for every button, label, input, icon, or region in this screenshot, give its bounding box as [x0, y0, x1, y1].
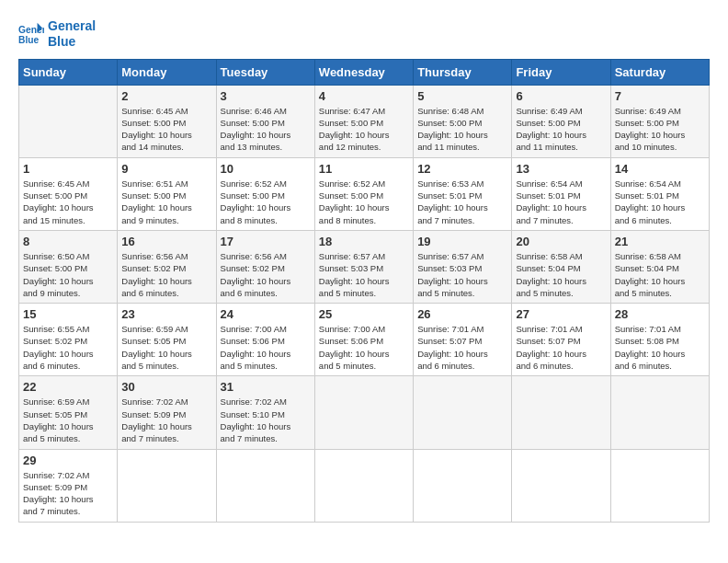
calendar-week-row: 1Sunrise: 6:45 AM Sunset: 5:00 PM Daylig…: [19, 157, 710, 230]
calendar-cell: 9Sunrise: 6:51 AM Sunset: 5:00 PM Daylig…: [118, 157, 216, 230]
day-number: 9: [121, 162, 211, 176]
calendar-cell: 18Sunrise: 6:57 AM Sunset: 5:03 PM Dayli…: [314, 230, 413, 303]
day-info: Sunrise: 6:51 AM Sunset: 5:00 PM Dayligh…: [121, 178, 211, 226]
day-info: Sunrise: 6:56 AM Sunset: 5:02 PM Dayligh…: [221, 250, 311, 299]
calendar-cell: 15Sunrise: 6:55 AM Sunset: 5:02 PM Dayli…: [19, 304, 118, 376]
day-info: Sunrise: 6:59 AM Sunset: 5:05 PM Dayligh…: [121, 323, 211, 372]
day-number: 3: [221, 89, 311, 103]
column-header-tuesday: Tuesday: [216, 59, 314, 85]
calendar-table: SundayMondayTuesdayWednesdayThursdayFrid…: [18, 59, 710, 523]
calendar-cell: 12Sunrise: 6:53 AM Sunset: 5:01 PM Dayli…: [414, 157, 512, 230]
day-number: 17: [221, 235, 311, 248]
day-number: 19: [417, 235, 507, 248]
calendar-cell: [118, 449, 216, 522]
calendar-cell: 23Sunrise: 6:59 AM Sunset: 5:05 PM Dayli…: [118, 304, 216, 376]
day-info: Sunrise: 6:58 AM Sunset: 5:04 PM Dayligh…: [516, 250, 606, 299]
column-header-thursday: Thursday: [414, 59, 512, 85]
calendar-cell: 14Sunrise: 6:54 AM Sunset: 5:01 PM Dayli…: [610, 157, 709, 230]
day-info: Sunrise: 7:01 AM Sunset: 5:07 PM Dayligh…: [516, 323, 606, 372]
calendar-cell: 8Sunrise: 6:50 AM Sunset: 5:00 PM Daylig…: [19, 230, 118, 303]
column-header-saturday: Saturday: [610, 59, 709, 85]
calendar-cell: 24Sunrise: 7:00 AM Sunset: 5:06 PM Dayli…: [216, 304, 314, 376]
day-number: 26: [417, 307, 507, 321]
day-number: 10: [221, 162, 311, 176]
calendar-cell: 21Sunrise: 6:58 AM Sunset: 5:04 PM Dayli…: [610, 230, 709, 303]
column-header-friday: Friday: [512, 59, 610, 85]
day-info: Sunrise: 6:52 AM Sunset: 5:00 PM Dayligh…: [319, 178, 409, 226]
logo-icon: General Blue: [18, 21, 44, 47]
day-number: 13: [516, 162, 606, 176]
day-info: Sunrise: 6:53 AM Sunset: 5:01 PM Dayligh…: [417, 178, 507, 226]
calendar-week-row: 8Sunrise: 6:50 AM Sunset: 5:00 PM Daylig…: [19, 230, 710, 303]
svg-text:Blue: Blue: [18, 35, 40, 45]
day-info: Sunrise: 7:02 AM Sunset: 5:09 PM Dayligh…: [23, 469, 113, 518]
day-number: 27: [516, 307, 606, 321]
day-info: Sunrise: 6:49 AM Sunset: 5:00 PM Dayligh…: [516, 105, 606, 154]
calendar-cell: [414, 449, 512, 522]
calendar-cell: 4Sunrise: 6:47 AM Sunset: 5:00 PM Daylig…: [314, 85, 413, 157]
day-number: 25: [319, 307, 409, 321]
calendar-week-row: 15Sunrise: 6:55 AM Sunset: 5:02 PM Dayli…: [19, 304, 710, 376]
day-info: Sunrise: 6:49 AM Sunset: 5:00 PM Dayligh…: [615, 105, 705, 154]
day-number: 29: [23, 454, 113, 467]
day-info: Sunrise: 6:56 AM Sunset: 5:02 PM Dayligh…: [121, 250, 211, 299]
calendar-cell: 10Sunrise: 6:52 AM Sunset: 5:00 PM Dayli…: [216, 157, 314, 230]
calendar-cell: 16Sunrise: 6:56 AM Sunset: 5:02 PM Dayli…: [118, 230, 216, 303]
day-number: 15: [23, 307, 113, 321]
calendar-cell: 26Sunrise: 7:01 AM Sunset: 5:07 PM Dayli…: [414, 304, 512, 376]
calendar-header-row: SundayMondayTuesdayWednesdayThursdayFrid…: [19, 59, 710, 85]
calendar-cell: [610, 376, 709, 449]
day-info: Sunrise: 7:02 AM Sunset: 5:09 PM Dayligh…: [121, 396, 211, 444]
calendar-cell: 3Sunrise: 6:46 AM Sunset: 5:00 PM Daylig…: [216, 85, 314, 157]
day-number: 7: [615, 89, 705, 103]
day-number: 2: [121, 89, 211, 103]
day-info: Sunrise: 6:57 AM Sunset: 5:03 PM Dayligh…: [417, 250, 507, 299]
calendar-cell: [512, 376, 610, 449]
calendar-week-row: 22Sunrise: 6:59 AM Sunset: 5:05 PM Dayli…: [19, 376, 710, 449]
day-info: Sunrise: 6:55 AM Sunset: 5:02 PM Dayligh…: [23, 323, 113, 372]
day-number: 12: [417, 162, 507, 176]
day-info: Sunrise: 6:50 AM Sunset: 5:00 PM Dayligh…: [23, 250, 113, 299]
day-info: Sunrise: 6:54 AM Sunset: 5:01 PM Dayligh…: [615, 178, 705, 226]
day-info: Sunrise: 6:52 AM Sunset: 5:00 PM Dayligh…: [221, 178, 311, 226]
calendar-week-row: 29Sunrise: 7:02 AM Sunset: 5:09 PM Dayli…: [19, 449, 710, 522]
day-info: Sunrise: 6:48 AM Sunset: 5:00 PM Dayligh…: [417, 105, 507, 154]
calendar-cell: [610, 449, 709, 522]
day-info: Sunrise: 7:00 AM Sunset: 5:06 PM Dayligh…: [319, 323, 409, 372]
day-number: 23: [121, 307, 211, 321]
day-number: 20: [516, 235, 606, 248]
calendar-cell: 19Sunrise: 6:57 AM Sunset: 5:03 PM Dayli…: [414, 230, 512, 303]
day-number: 8: [23, 235, 113, 248]
day-number: 11: [319, 162, 409, 176]
column-header-sunday: Sunday: [19, 59, 118, 85]
day-number: 22: [23, 380, 113, 394]
day-info: Sunrise: 7:00 AM Sunset: 5:06 PM Dayligh…: [221, 323, 311, 372]
day-number: 4: [319, 89, 409, 103]
day-info: Sunrise: 6:45 AM Sunset: 5:00 PM Dayligh…: [23, 178, 113, 226]
day-info: Sunrise: 7:01 AM Sunset: 5:07 PM Dayligh…: [417, 323, 507, 372]
calendar-cell: 20Sunrise: 6:58 AM Sunset: 5:04 PM Dayli…: [512, 230, 610, 303]
day-number: 18: [319, 235, 409, 248]
calendar-cell: [216, 449, 314, 522]
calendar-cell: 11Sunrise: 6:52 AM Sunset: 5:00 PM Dayli…: [314, 157, 413, 230]
calendar-cell: 2Sunrise: 6:45 AM Sunset: 5:00 PM Daylig…: [118, 85, 216, 157]
calendar-cell: 5Sunrise: 6:48 AM Sunset: 5:00 PM Daylig…: [414, 85, 512, 157]
day-number: 28: [615, 307, 705, 321]
calendar-cell: 17Sunrise: 6:56 AM Sunset: 5:02 PM Dayli…: [216, 230, 314, 303]
calendar-cell: 28Sunrise: 7:01 AM Sunset: 5:08 PM Dayli…: [610, 304, 709, 376]
day-info: Sunrise: 6:59 AM Sunset: 5:05 PM Dayligh…: [23, 396, 113, 444]
day-number: 6: [516, 89, 606, 103]
day-number: 21: [615, 235, 705, 248]
calendar-cell: 7Sunrise: 6:49 AM Sunset: 5:00 PM Daylig…: [610, 85, 709, 157]
calendar-cell: [512, 449, 610, 522]
calendar-cell: 1Sunrise: 6:45 AM Sunset: 5:00 PM Daylig…: [19, 157, 118, 230]
calendar-week-row: 2Sunrise: 6:45 AM Sunset: 5:00 PM Daylig…: [19, 85, 710, 157]
day-info: Sunrise: 6:45 AM Sunset: 5:00 PM Dayligh…: [121, 105, 211, 154]
day-number: 16: [121, 235, 211, 248]
day-number: 24: [221, 307, 311, 321]
column-header-monday: Monday: [118, 59, 216, 85]
day-info: Sunrise: 6:47 AM Sunset: 5:00 PM Dayligh…: [319, 105, 409, 154]
calendar-cell: 29Sunrise: 7:02 AM Sunset: 5:09 PM Dayli…: [19, 449, 118, 522]
page-header: General Blue General Blue: [18, 18, 710, 50]
calendar-cell: 27Sunrise: 7:01 AM Sunset: 5:07 PM Dayli…: [512, 304, 610, 376]
